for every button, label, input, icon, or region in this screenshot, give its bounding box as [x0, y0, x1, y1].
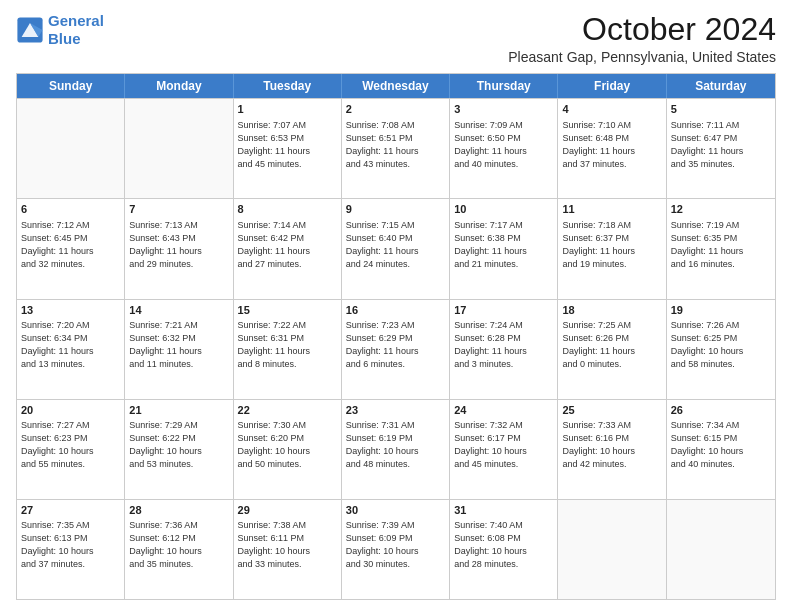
cell-details: Sunrise: 7:33 AMSunset: 6:16 PMDaylight:… [562, 419, 661, 471]
day-number: 23 [346, 403, 445, 418]
calendar-cell [125, 99, 233, 198]
cell-details: Sunrise: 7:11 AMSunset: 6:47 PMDaylight:… [671, 119, 771, 171]
header-day-wednesday: Wednesday [342, 74, 450, 98]
header: General Blue October 2024 Pleasant Gap, … [16, 12, 776, 65]
location: Pleasant Gap, Pennsylvania, United State… [508, 49, 776, 65]
cell-details: Sunrise: 7:26 AMSunset: 6:25 PMDaylight:… [671, 319, 771, 371]
calendar-cell: 6Sunrise: 7:12 AMSunset: 6:45 PMDaylight… [17, 199, 125, 298]
calendar: SundayMondayTuesdayWednesdayThursdayFrid… [16, 73, 776, 600]
day-number: 24 [454, 403, 553, 418]
header-day-saturday: Saturday [667, 74, 775, 98]
header-day-sunday: Sunday [17, 74, 125, 98]
day-number: 12 [671, 202, 771, 217]
header-day-thursday: Thursday [450, 74, 558, 98]
calendar-row-3: 20Sunrise: 7:27 AMSunset: 6:23 PMDayligh… [17, 399, 775, 499]
calendar-cell [558, 500, 666, 599]
day-number: 6 [21, 202, 120, 217]
day-number: 21 [129, 403, 228, 418]
day-number: 10 [454, 202, 553, 217]
calendar-cell: 1Sunrise: 7:07 AMSunset: 6:53 PMDaylight… [234, 99, 342, 198]
header-day-friday: Friday [558, 74, 666, 98]
day-number: 16 [346, 303, 445, 318]
cell-details: Sunrise: 7:31 AMSunset: 6:19 PMDaylight:… [346, 419, 445, 471]
calendar-cell: 27Sunrise: 7:35 AMSunset: 6:13 PMDayligh… [17, 500, 125, 599]
header-day-tuesday: Tuesday [234, 74, 342, 98]
cell-details: Sunrise: 7:32 AMSunset: 6:17 PMDaylight:… [454, 419, 553, 471]
month-title: October 2024 [508, 12, 776, 47]
cell-details: Sunrise: 7:23 AMSunset: 6:29 PMDaylight:… [346, 319, 445, 371]
day-number: 14 [129, 303, 228, 318]
calendar-row-2: 13Sunrise: 7:20 AMSunset: 6:34 PMDayligh… [17, 299, 775, 399]
logo-icon [16, 16, 44, 44]
calendar-cell: 4Sunrise: 7:10 AMSunset: 6:48 PMDaylight… [558, 99, 666, 198]
day-number: 15 [238, 303, 337, 318]
calendar-cell: 14Sunrise: 7:21 AMSunset: 6:32 PMDayligh… [125, 300, 233, 399]
logo-line2: Blue [48, 30, 81, 47]
cell-details: Sunrise: 7:17 AMSunset: 6:38 PMDaylight:… [454, 219, 553, 271]
header-day-monday: Monday [125, 74, 233, 98]
cell-details: Sunrise: 7:34 AMSunset: 6:15 PMDaylight:… [671, 419, 771, 471]
calendar-cell: 8Sunrise: 7:14 AMSunset: 6:42 PMDaylight… [234, 199, 342, 298]
cell-details: Sunrise: 7:35 AMSunset: 6:13 PMDaylight:… [21, 519, 120, 571]
calendar-cell [17, 99, 125, 198]
day-number: 20 [21, 403, 120, 418]
cell-details: Sunrise: 7:14 AMSunset: 6:42 PMDaylight:… [238, 219, 337, 271]
day-number: 22 [238, 403, 337, 418]
day-number: 3 [454, 102, 553, 117]
cell-details: Sunrise: 7:15 AMSunset: 6:40 PMDaylight:… [346, 219, 445, 271]
day-number: 26 [671, 403, 771, 418]
calendar-cell: 15Sunrise: 7:22 AMSunset: 6:31 PMDayligh… [234, 300, 342, 399]
logo-line1: General [48, 12, 104, 29]
day-number: 2 [346, 102, 445, 117]
day-number: 27 [21, 503, 120, 518]
calendar-cell: 26Sunrise: 7:34 AMSunset: 6:15 PMDayligh… [667, 400, 775, 499]
cell-details: Sunrise: 7:12 AMSunset: 6:45 PMDaylight:… [21, 219, 120, 271]
cell-details: Sunrise: 7:18 AMSunset: 6:37 PMDaylight:… [562, 219, 661, 271]
calendar-header: SundayMondayTuesdayWednesdayThursdayFrid… [17, 74, 775, 98]
calendar-cell: 10Sunrise: 7:17 AMSunset: 6:38 PMDayligh… [450, 199, 558, 298]
calendar-cell: 16Sunrise: 7:23 AMSunset: 6:29 PMDayligh… [342, 300, 450, 399]
logo: General Blue [16, 12, 104, 48]
day-number: 4 [562, 102, 661, 117]
cell-details: Sunrise: 7:29 AMSunset: 6:22 PMDaylight:… [129, 419, 228, 471]
cell-details: Sunrise: 7:09 AMSunset: 6:50 PMDaylight:… [454, 119, 553, 171]
day-number: 25 [562, 403, 661, 418]
calendar-row-0: 1Sunrise: 7:07 AMSunset: 6:53 PMDaylight… [17, 98, 775, 198]
day-number: 31 [454, 503, 553, 518]
calendar-body: 1Sunrise: 7:07 AMSunset: 6:53 PMDaylight… [17, 98, 775, 599]
day-number: 7 [129, 202, 228, 217]
day-number: 18 [562, 303, 661, 318]
calendar-cell: 7Sunrise: 7:13 AMSunset: 6:43 PMDaylight… [125, 199, 233, 298]
calendar-cell: 30Sunrise: 7:39 AMSunset: 6:09 PMDayligh… [342, 500, 450, 599]
calendar-cell: 3Sunrise: 7:09 AMSunset: 6:50 PMDaylight… [450, 99, 558, 198]
calendar-cell: 5Sunrise: 7:11 AMSunset: 6:47 PMDaylight… [667, 99, 775, 198]
cell-details: Sunrise: 7:36 AMSunset: 6:12 PMDaylight:… [129, 519, 228, 571]
cell-details: Sunrise: 7:25 AMSunset: 6:26 PMDaylight:… [562, 319, 661, 371]
day-number: 5 [671, 102, 771, 117]
cell-details: Sunrise: 7:24 AMSunset: 6:28 PMDaylight:… [454, 319, 553, 371]
calendar-cell: 31Sunrise: 7:40 AMSunset: 6:08 PMDayligh… [450, 500, 558, 599]
cell-details: Sunrise: 7:21 AMSunset: 6:32 PMDaylight:… [129, 319, 228, 371]
cell-details: Sunrise: 7:40 AMSunset: 6:08 PMDaylight:… [454, 519, 553, 571]
calendar-cell: 22Sunrise: 7:30 AMSunset: 6:20 PMDayligh… [234, 400, 342, 499]
cell-details: Sunrise: 7:38 AMSunset: 6:11 PMDaylight:… [238, 519, 337, 571]
calendar-cell: 29Sunrise: 7:38 AMSunset: 6:11 PMDayligh… [234, 500, 342, 599]
cell-details: Sunrise: 7:22 AMSunset: 6:31 PMDaylight:… [238, 319, 337, 371]
cell-details: Sunrise: 7:20 AMSunset: 6:34 PMDaylight:… [21, 319, 120, 371]
calendar-cell: 20Sunrise: 7:27 AMSunset: 6:23 PMDayligh… [17, 400, 125, 499]
day-number: 8 [238, 202, 337, 217]
cell-details: Sunrise: 7:13 AMSunset: 6:43 PMDaylight:… [129, 219, 228, 271]
calendar-cell: 19Sunrise: 7:26 AMSunset: 6:25 PMDayligh… [667, 300, 775, 399]
calendar-cell: 18Sunrise: 7:25 AMSunset: 6:26 PMDayligh… [558, 300, 666, 399]
calendar-cell: 23Sunrise: 7:31 AMSunset: 6:19 PMDayligh… [342, 400, 450, 499]
cell-details: Sunrise: 7:30 AMSunset: 6:20 PMDaylight:… [238, 419, 337, 471]
cell-details: Sunrise: 7:08 AMSunset: 6:51 PMDaylight:… [346, 119, 445, 171]
cell-details: Sunrise: 7:39 AMSunset: 6:09 PMDaylight:… [346, 519, 445, 571]
calendar-cell [667, 500, 775, 599]
day-number: 1 [238, 102, 337, 117]
logo-text: General Blue [48, 12, 104, 48]
calendar-cell: 21Sunrise: 7:29 AMSunset: 6:22 PMDayligh… [125, 400, 233, 499]
calendar-row-1: 6Sunrise: 7:12 AMSunset: 6:45 PMDaylight… [17, 198, 775, 298]
day-number: 9 [346, 202, 445, 217]
title-block: October 2024 Pleasant Gap, Pennsylvania,… [508, 12, 776, 65]
